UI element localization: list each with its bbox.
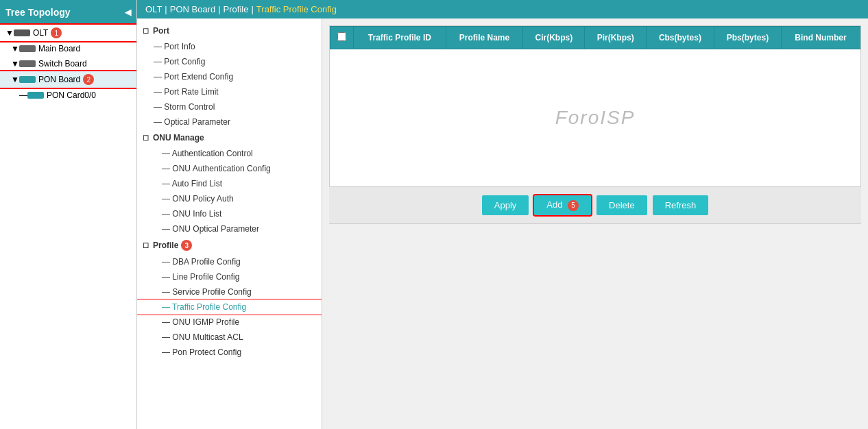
breadcrumb: OLT | PON Board | Profile | Traffic Prof… <box>137 0 868 19</box>
breadcrumb-profile[interactable]: Profile <box>224 4 249 14</box>
col-profile-name: Profile Name <box>446 27 523 49</box>
nav-panel: ☐ Port — Port Info — Port Config — Port … <box>137 19 322 429</box>
tree-node-pon-card[interactable]: — PON Card0/0 <box>0 88 136 103</box>
onu-manage-expand-icon: ☐ <box>143 134 149 142</box>
pon-board-label: PON Board <box>38 75 80 84</box>
app-container: Tree Topology ◀ ▼ OLT 1 ▼ Main Board ▼ <box>0 0 868 429</box>
nav-section-onu-manage: ☐ ONU Manage — Authentication Control — … <box>137 130 322 236</box>
nav-item-port-rate-limit[interactable]: — Port Rate Limit <box>137 84 322 99</box>
refresh-button[interactable]: Refresh <box>653 195 709 215</box>
pon-board-icon <box>19 76 36 83</box>
nav-item-storm-control[interactable]: — Storm Control <box>137 99 322 114</box>
profile-expand-icon: ☐ <box>143 242 149 249</box>
tree-node-switch-board[interactable]: ▼ Switch Board <box>0 56 136 71</box>
col-cbs: Cbs(bytes) <box>646 27 714 49</box>
table-panel: Traffic Profile ID Profile Name Cir(Kbps… <box>322 19 868 429</box>
col-traffic-profile-id: Traffic Profile ID <box>354 27 446 49</box>
watermark-area: ForoISP <box>330 49 860 186</box>
nav-item-auto-find-list[interactable]: — Auto Find List <box>137 176 322 191</box>
nav-item-onu-optical-param[interactable]: — ONU Optical Parameter <box>137 221 322 236</box>
nav-item-onu-auth-config[interactable]: — ONU Authentication Config <box>137 161 322 176</box>
collapse-arrow[interactable]: ◀ <box>125 8 131 17</box>
nav-item-line-profile[interactable]: — Line Profile Config <box>137 269 322 284</box>
pon-card-icon <box>27 92 44 99</box>
add-badge: 5 <box>568 200 579 211</box>
nav-item-auth-control[interactable]: — Authentication Control <box>137 146 322 161</box>
port-expand-icon: ☐ <box>143 27 149 35</box>
apply-button[interactable]: Apply <box>482 195 529 215</box>
main-content: Tree Topology ◀ ▼ OLT 1 ▼ Main Board ▼ <box>0 0 868 429</box>
nav-item-onu-info-list[interactable]: — ONU Info List <box>137 206 322 221</box>
nav-section-port-header[interactable]: ☐ Port <box>137 23 322 39</box>
nav-section-onu-manage-header[interactable]: ☐ ONU Manage <box>137 130 322 146</box>
table-col-checkbox <box>330 27 354 49</box>
tree-node-olt[interactable]: ▼ OLT 1 <box>0 25 136 41</box>
olt-icon <box>14 29 30 36</box>
nav-item-pon-protect-config[interactable]: — Pon Protect Config <box>137 345 322 360</box>
sidebar-header: Tree Topology ◀ <box>0 0 136 25</box>
action-bar: Apply Add 5 Delete Refresh <box>329 187 861 224</box>
add-button[interactable]: Add 5 <box>534 195 591 215</box>
breadcrumb-pon-board[interactable]: PON Board <box>170 4 215 14</box>
table-wrapper: Traffic Profile ID Profile Name Cir(Kbps… <box>329 25 861 187</box>
nav-item-optical-parameter[interactable]: — Optical Parameter <box>137 114 322 130</box>
expand-icon: ▼ <box>5 28 14 38</box>
col-bind-number: Bind Number <box>782 27 860 49</box>
nav-item-port-config[interactable]: — Port Config <box>137 54 322 69</box>
sidebar: Tree Topology ◀ ▼ OLT 1 ▼ Main Board ▼ <box>0 0 137 429</box>
profile-section-badge: 3 <box>181 240 192 251</box>
tree-node-pon-board[interactable]: ▼ PON Board 2 <box>0 71 136 88</box>
nav-item-port-extend-config[interactable]: — Port Extend Config <box>137 69 322 84</box>
olt-label: OLT <box>33 28 48 38</box>
breadcrumb-traffic-profile-config[interactable]: Traffic Profile Config <box>256 4 337 14</box>
col-pir: Pir(Kbps) <box>585 27 646 49</box>
nav-item-onu-igmp-profile[interactable]: — ONU IGMP Profile <box>137 315 322 330</box>
traffic-profile-table: Traffic Profile ID Profile Name Cir(Kbps… <box>330 26 860 49</box>
col-cir: Cir(Kbps) <box>523 27 585 49</box>
switch-board-label: Switch Board <box>38 59 87 69</box>
sidebar-title: Tree Topology <box>5 7 71 18</box>
nav-item-dba-profile[interactable]: — DBA Profile Config <box>137 254 322 269</box>
switch-board-icon <box>19 60 36 67</box>
nav-item-onu-multicast-acl[interactable]: — ONU Multicast ACL <box>137 330 322 345</box>
nav-item-onu-policy-auth[interactable]: — ONU Policy Auth <box>137 191 322 206</box>
right-panel: OLT | PON Board | Profile | Traffic Prof… <box>137 0 868 429</box>
tree-node-main-board[interactable]: ▼ Main Board <box>0 41 136 56</box>
port-section-label: Port <box>153 26 169 36</box>
profile-section-label: Profile <box>153 241 178 250</box>
main-board-label: Main Board <box>38 44 80 53</box>
delete-button[interactable]: Delete <box>596 195 647 215</box>
nav-item-service-profile[interactable]: — Service Profile Config <box>137 284 322 299</box>
nav-item-traffic-profile[interactable]: — Traffic Profile Config <box>137 299 322 315</box>
col-pbs: Pbs(bytes) <box>714 27 781 49</box>
pon-board-badge: 2 <box>83 74 94 85</box>
pon-card-label: PON Card0/0 <box>47 90 96 100</box>
watermark-text: ForoISP <box>555 107 636 129</box>
nav-section-profile-header[interactable]: ☐ Profile 3 <box>137 236 322 254</box>
olt-badge: 1 <box>51 27 62 38</box>
nav-item-port-info[interactable]: — Port Info <box>137 39 322 54</box>
select-all-checkbox[interactable] <box>337 32 346 41</box>
nav-section-port: ☐ Port — Port Info — Port Config — Port … <box>137 23 322 130</box>
nav-section-profile: ☐ Profile 3 — DBA Profile Config — Line … <box>137 236 322 360</box>
onu-manage-section-label: ONU Manage <box>153 133 204 143</box>
main-board-icon <box>19 45 36 52</box>
breadcrumb-olt[interactable]: OLT <box>145 4 162 14</box>
content-area: ☐ Port — Port Info — Port Config — Port … <box>137 19 868 429</box>
